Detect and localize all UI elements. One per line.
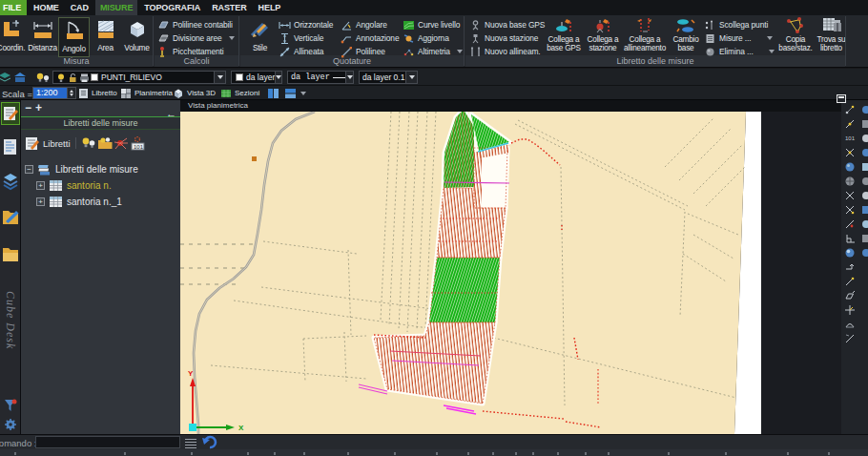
snap-icon-clipped[interactable] bbox=[860, 131, 868, 145]
tab-topografia[interactable]: TOPOGRAFIA bbox=[139, 0, 205, 15]
lineweight-combo[interactable]: da layer 0.1 bbox=[359, 71, 418, 84]
snap-icon-clipped[interactable] bbox=[860, 245, 868, 259]
layer-bulbs-icon[interactable] bbox=[34, 71, 51, 84]
quota-annotazione-button[interactable]: Annotazione bbox=[341, 31, 399, 45]
filter-dock-icon[interactable] bbox=[1, 396, 20, 415]
stile-quote-button[interactable]: Stile bbox=[244, 17, 276, 52]
expand-expander-icon[interactable]: + bbox=[36, 197, 45, 206]
quota-angolare-button[interactable]: Angolare bbox=[341, 18, 399, 31]
command-input[interactable] bbox=[35, 436, 180, 448]
properties-dock-icon[interactable] bbox=[1, 135, 20, 158]
snap-quadrant-icon[interactable] bbox=[843, 174, 857, 188]
point-numbers-icon[interactable]: 101 bbox=[130, 135, 146, 152]
snap-icon-clipped[interactable] bbox=[860, 116, 868, 131]
cambio-base-button[interactable]: Cambiobase bbox=[668, 16, 704, 53]
snap-intersection-icon[interactable] bbox=[843, 145, 857, 159]
aggiorna-button[interactable]: Aggiorna bbox=[403, 31, 463, 45]
layers-dock-icon[interactable] bbox=[1, 169, 20, 194]
planimetric-map[interactable]: Y X bbox=[180, 112, 841, 434]
explode-points-icon[interactable] bbox=[114, 135, 130, 152]
snap-icon-clipped[interactable] bbox=[860, 159, 868, 174]
snap-icon-clipped[interactable] bbox=[860, 188, 868, 202]
tab-misure[interactable]: MISURE bbox=[95, 0, 137, 15]
panel-expand-button[interactable]: + bbox=[35, 103, 42, 113]
scale-spinner-buttons[interactable] bbox=[67, 88, 75, 98]
settings-dock-icon[interactable] bbox=[1, 415, 20, 434]
snap-apparent-icon[interactable] bbox=[843, 202, 857, 217]
tab-file[interactable]: FILE bbox=[0, 0, 27, 15]
lineweight-combo-dropdown[interactable] bbox=[405, 72, 417, 83]
color-combo-dropdown[interactable] bbox=[275, 72, 281, 83]
volume-button[interactable]: Volume bbox=[121, 17, 153, 57]
expand-expander-icon[interactable]: + bbox=[36, 181, 45, 190]
dropdown-arrow-icon[interactable] bbox=[457, 50, 463, 53]
dropdown-arrow-icon[interactable] bbox=[767, 36, 773, 40]
tab-help[interactable]: HELP bbox=[254, 0, 286, 15]
layers-tool-icon[interactable] bbox=[0, 71, 11, 84]
coordin-button[interactable]: Coordin. bbox=[0, 17, 27, 57]
folder-visibility-icon[interactable] bbox=[97, 135, 114, 152]
snap-icon-clipped[interactable] bbox=[860, 145, 868, 159]
dropdown-arrow-icon[interactable] bbox=[229, 36, 235, 40]
snap-node-icon[interactable] bbox=[843, 245, 857, 259]
copia-base-staz-button[interactable]: Copiabase/staz. bbox=[777, 16, 814, 53]
snap-icon-clipped[interactable] bbox=[860, 102, 868, 116]
toggle-visibility-icon[interactable] bbox=[81, 135, 97, 152]
area-button[interactable]: Area bbox=[90, 17, 121, 57]
angolo-button[interactable]: Angolo bbox=[58, 17, 90, 57]
planimetria-view-button[interactable]: Planimetria bbox=[120, 87, 173, 99]
snap-polygon-icon[interactable] bbox=[843, 288, 857, 302]
snap-center-icon[interactable] bbox=[843, 159, 857, 174]
snap-extension-icon[interactable] bbox=[843, 259, 857, 274]
misure-menu-button[interactable]: Misure ... bbox=[704, 31, 775, 45]
linetype-combo-dropdown[interactable] bbox=[345, 72, 353, 83]
polilinee-contabili-button[interactable]: Polilinee contabili bbox=[157, 18, 235, 31]
viewport-columns-button[interactable] bbox=[267, 87, 279, 99]
snap-icon-clipped[interactable] bbox=[860, 202, 868, 217]
tree-item-santoria[interactable]: + santoria n. bbox=[36, 177, 112, 194]
tree-root-row[interactable]: − Libretti delle misure bbox=[25, 161, 138, 177]
tab-raster[interactable]: RASTER bbox=[207, 0, 251, 15]
drawing-viewport[interactable]: Vista planimetrica bbox=[180, 100, 841, 434]
snap-icon-clipped[interactable] bbox=[860, 217, 868, 231]
tab-home[interactable]: HOME bbox=[29, 0, 64, 15]
snap-icon-clipped[interactable] bbox=[860, 231, 868, 245]
quota-orizzontale-button[interactable]: Orizzontale bbox=[279, 18, 333, 31]
snap-cross-icon[interactable] bbox=[843, 188, 857, 202]
tree-item-santoria-1[interactable]: + santoria n._1 bbox=[36, 194, 122, 210]
libretto-view-button[interactable]: Libretto bbox=[78, 87, 117, 99]
panel-collapse-button[interactable]: − bbox=[25, 103, 31, 113]
snap-point-number-icon[interactable]: 101 bbox=[843, 131, 857, 145]
scollega-punti-button[interactable]: Scollega punti bbox=[704, 18, 775, 31]
collapse-expander-icon[interactable]: − bbox=[25, 165, 33, 174]
edit-folder-dock-icon[interactable] bbox=[1, 202, 20, 231]
nuova-base-gps-button[interactable]: Nuova base GPS bbox=[469, 18, 545, 31]
snap-icon-clipped[interactable] bbox=[860, 174, 868, 188]
layer-combo-dropdown[interactable] bbox=[214, 72, 225, 83]
collega-allineamento-button[interactable]: Collega aallineamento bbox=[622, 16, 668, 53]
libretti-button-label[interactable]: Libretti bbox=[43, 138, 71, 149]
folder-dock-icon[interactable] bbox=[1, 239, 20, 268]
collega-stazione-button[interactable]: Collega astazione bbox=[584, 16, 622, 53]
undo-icon[interactable] bbox=[201, 435, 217, 449]
color-combo[interactable]: da layer bbox=[231, 71, 282, 84]
distanza-button[interactable]: Distanza bbox=[27, 17, 58, 57]
dropdown-arrow-icon[interactable] bbox=[769, 50, 775, 53]
sezioni-view-button[interactable]: Sezioni bbox=[220, 87, 259, 99]
layer-states-icon[interactable] bbox=[12, 71, 27, 84]
vista-3d-view-button[interactable]: Vista 3D bbox=[173, 87, 216, 99]
snap-point-icon[interactable] bbox=[843, 102, 857, 116]
snap-none-icon[interactable] bbox=[843, 331, 857, 345]
layer-combo[interactable]: PUNTI_RILIEVO bbox=[52, 71, 226, 84]
linetype-combo[interactable]: da layer bbox=[287, 71, 354, 84]
curve-livello-button[interactable]: Curve livello bbox=[403, 18, 463, 31]
collega-base-gps-button[interactable]: Collega abase GPS bbox=[544, 16, 584, 53]
snap-perpendicular-icon[interactable] bbox=[843, 231, 857, 245]
nuova-stazione-button[interactable]: Nuova stazione bbox=[469, 31, 545, 45]
snap-nearest-icon[interactable] bbox=[843, 116, 857, 131]
maximize-viewport-button[interactable] bbox=[837, 94, 846, 103]
libretti-button-icon[interactable] bbox=[24, 135, 40, 152]
snap-tangent-icon[interactable] bbox=[843, 217, 857, 231]
libretti-dock-icon[interactable] bbox=[1, 102, 20, 125]
quota-verticale-button[interactable]: Verticale bbox=[279, 31, 333, 45]
